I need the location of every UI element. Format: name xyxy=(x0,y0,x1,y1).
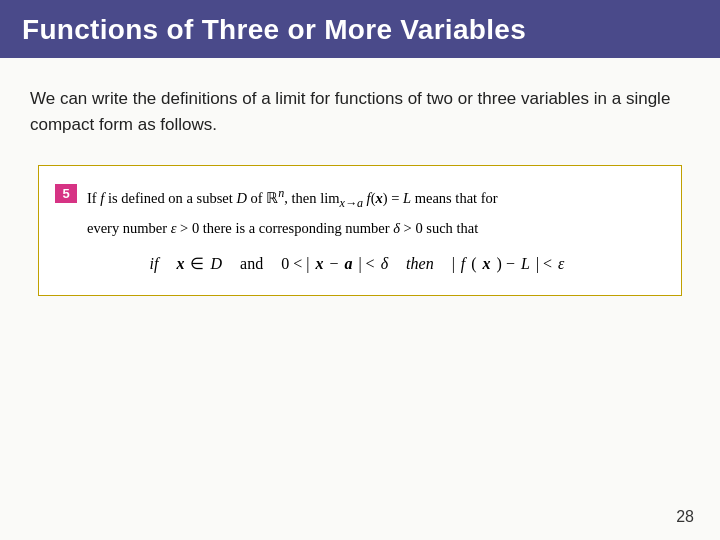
slide: Functions of Three or More Variables We … xyxy=(0,0,720,540)
definition-line1-text: If f is defined on a subset D of ℝn, the… xyxy=(87,184,659,213)
definition-box: 5 If f is defined on a subset D of ℝn, t… xyxy=(38,165,682,296)
domain-D: D xyxy=(210,255,222,273)
formula-then-label: then xyxy=(406,255,434,273)
formula-conclusion: |f(x) − L| < ε xyxy=(452,255,565,273)
if-keyword: if xyxy=(150,255,159,273)
slide-title: Functions of Three or More Variables xyxy=(22,14,526,46)
and-word: and xyxy=(240,255,263,273)
definition-number: 5 xyxy=(55,184,77,203)
then-keyword: then xyxy=(406,255,434,273)
content-area: We can write the definitions of a limit … xyxy=(0,58,720,540)
intro-paragraph: We can write the definitions of a limit … xyxy=(30,86,690,137)
title-bar: Functions of Three or More Variables xyxy=(0,0,720,58)
element-symbol: ∈ xyxy=(190,254,204,273)
vector-x: x xyxy=(176,255,184,273)
formula-if-label: if xyxy=(150,255,159,273)
definition-first-line: 5 If f is defined on a subset D of ℝn, t… xyxy=(55,184,659,213)
definition-formula: if x ∈ D and 0 < |x − a| < δ then |f(x) xyxy=(55,254,659,273)
formula-condition2: 0 < |x − a| < δ xyxy=(281,255,388,273)
definition-line2-text: every number ε > 0 there is a correspond… xyxy=(87,217,659,240)
formula-condition1: x ∈ D xyxy=(176,254,222,273)
formula-and: and xyxy=(240,255,263,273)
page-number: 28 xyxy=(676,508,694,526)
